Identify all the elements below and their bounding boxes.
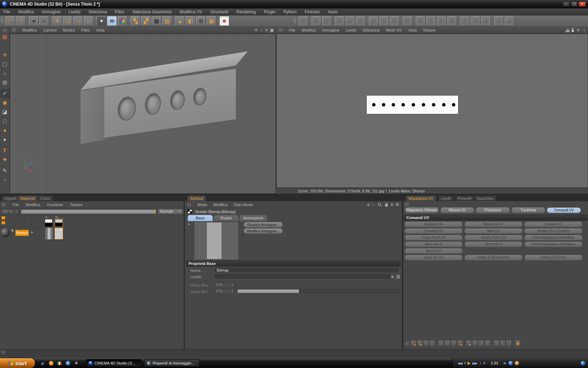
uvmenu-mesh-uv[interactable]: Mesh UV bbox=[386, 28, 402, 32]
cmd-specchia-v[interactable]: Specchia V bbox=[464, 242, 523, 247]
layer-icon[interactable] bbox=[1, 221, 6, 225]
uv-tool-icon[interactable]: ▨ bbox=[481, 16, 491, 26]
materials-menu-file[interactable]: File bbox=[13, 203, 19, 207]
menu-finestre[interactable]: Finestre bbox=[304, 9, 320, 14]
render-button[interactable]: ● bbox=[219, 16, 229, 26]
search-icon[interactable] bbox=[378, 203, 382, 207]
uv-mini-icon[interactable]: ▫ bbox=[417, 341, 422, 346]
tray-icon-blue[interactable] bbox=[509, 361, 513, 365]
menu-seleziona-geometria[interactable]: Seleziona Geometria bbox=[132, 9, 172, 14]
uv-mini-icon[interactable]: ▫ bbox=[466, 341, 471, 346]
uv-toolbar-grip[interactable] bbox=[293, 19, 296, 23]
cmd-specchia-u[interactable]: Specchia U bbox=[405, 242, 463, 247]
uv-tool-icon[interactable]: ▨ bbox=[437, 16, 447, 26]
cube-button[interactable]: ◻ bbox=[1, 117, 9, 125]
menu-strumenti[interactable]: Strumenti bbox=[210, 9, 228, 14]
uv-tool-icon[interactable]: ▨ bbox=[505, 16, 514, 26]
texture-image[interactable] bbox=[367, 96, 458, 114]
viewport-canvas[interactable]: Y Z X bbox=[10, 34, 276, 194]
menu-seleziona[interactable]: Seleziona bbox=[89, 9, 107, 14]
menu-livello[interactable]: Livello bbox=[69, 9, 80, 14]
nav-forward-icon[interactable]: ▶ bbox=[372, 203, 375, 206]
viewport-menu-camere[interactable]: Camere bbox=[43, 28, 57, 32]
uv-tool-icon[interactable]: ▨ bbox=[416, 16, 426, 26]
color-wheel-button[interactable] bbox=[118, 16, 127, 26]
uv-tool-icon[interactable]: ▨ bbox=[312, 16, 321, 26]
attributes-grip[interactable] bbox=[187, 203, 191, 206]
menu-plugin[interactable]: Plugin bbox=[264, 9, 275, 14]
brush-stars-button[interactable]: ✦ bbox=[97, 16, 106, 26]
offset-blur-stepper[interactable]: 0 % ▴▾ bbox=[215, 282, 234, 287]
uv-mini-icon[interactable]: ▫ bbox=[429, 341, 435, 346]
uv-tool-icon[interactable]: ▨ bbox=[403, 16, 413, 26]
quicklaunch-media-icon[interactable]: ♪ bbox=[64, 360, 71, 367]
tab-attributi[interactable]: Attributi bbox=[187, 195, 206, 202]
cmd-limita-al-quadrilatero[interactable]: Limita al Quadrilatero bbox=[464, 255, 523, 260]
maximize-button[interactable]: ❐ bbox=[570, 1, 578, 7]
uv-tool-icon[interactable]: ▨ bbox=[356, 16, 366, 26]
taskbar-window-cinema4d[interactable]: CINEMA 4D Studio (3... bbox=[86, 359, 141, 367]
object-picker-icon[interactable]: ◎ bbox=[396, 274, 400, 279]
media-list-icon[interactable]: ≡ bbox=[483, 361, 485, 366]
cmd-terrace-uv[interactable]: Terrace UV bbox=[524, 222, 582, 227]
uvmenu-file[interactable]: File bbox=[289, 28, 295, 32]
texture-editor-grip[interactable] bbox=[279, 28, 283, 32]
channel-c-swatches[interactable] bbox=[45, 219, 52, 227]
move-tool-button[interactable]: ✛ bbox=[52, 16, 62, 26]
lasso-select-button[interactable]: ○ bbox=[1, 69, 9, 77]
viewport-menu-filtro[interactable]: Filtro bbox=[81, 28, 90, 32]
redo-button[interactable]: ↷ bbox=[16, 16, 26, 26]
tray-icon-messenger[interactable] bbox=[581, 361, 585, 366]
mode-mappatura-ottimale[interactable]: Mappatura Ottimale bbox=[405, 207, 439, 213]
uv-mini-icon[interactable]: ▫ bbox=[506, 341, 512, 346]
edit-image-button[interactable]: Modifica Immagine... bbox=[244, 229, 283, 234]
menu-filtro[interactable]: Filtro bbox=[115, 9, 124, 14]
materials-menu-texture[interactable]: Texture bbox=[70, 203, 83, 207]
scala-blur-slider[interactable] bbox=[237, 289, 399, 293]
tab-livelli[interactable]: Livelli bbox=[438, 195, 454, 202]
cmd-linea-su-uv[interactable]: Linea Su UV bbox=[405, 255, 463, 260]
bitmap-preview[interactable] bbox=[195, 222, 238, 259]
menu-file[interactable]: File bbox=[4, 9, 10, 14]
tab-mappatura-uv[interactable]: Mappatura UV bbox=[405, 195, 436, 202]
expand-arrow-icon[interactable]: ▶ bbox=[31, 231, 33, 234]
scala-blur-stepper[interactable]: 0 % ▴▾ bbox=[215, 289, 234, 294]
quicklaunch-browser-icon[interactable] bbox=[48, 360, 55, 367]
uv-tool-icon[interactable]: ▨ bbox=[460, 16, 470, 26]
tab-materiali[interactable]: Materiali bbox=[17, 195, 38, 202]
start-button[interactable]: start bbox=[0, 358, 35, 368]
material-name-label[interactable]: Nuovo bbox=[15, 230, 29, 236]
cmd-registra-uv[interactable]: Registra UV bbox=[405, 222, 463, 227]
nav-back-icon[interactable]: ◀ bbox=[366, 203, 369, 206]
blend-mode-select[interactable]: Normale ▼ bbox=[158, 209, 183, 214]
uvmenu-texture[interactable]: Texture bbox=[423, 28, 435, 32]
tab-animazione[interactable]: Animazione bbox=[239, 215, 267, 221]
uv-mini-icon[interactable]: ▫ bbox=[500, 341, 505, 346]
uv-tool-icon[interactable]: ▨ bbox=[447, 16, 457, 26]
rotate-tool-button[interactable]: ○ bbox=[73, 16, 83, 26]
uv-mini-icon[interactable] bbox=[515, 341, 520, 346]
material-row[interactable]: ✎ Nuovo ▶ bbox=[0, 227, 184, 240]
viewport-menu-modifica[interactable]: Modifica bbox=[22, 28, 37, 32]
texture-canvas[interactable] bbox=[276, 34, 588, 188]
livello-dropdown-icon[interactable]: ▶ bbox=[391, 274, 395, 279]
checker-pattern-button[interactable]: ▩ bbox=[1, 78, 9, 87]
eyedropper-button[interactable]: ✐ bbox=[1, 89, 9, 98]
star-button[interactable]: ★ bbox=[1, 155, 9, 164]
cmd-copia-punti-uv[interactable]: Copia Punti UV bbox=[405, 235, 463, 240]
tray-icon-orange[interactable] bbox=[515, 361, 519, 365]
media-play-icon[interactable]: ▶ bbox=[468, 361, 470, 366]
media-note-icon[interactable]: ♪ bbox=[479, 361, 481, 366]
selection-arrow-button[interactable]: ➤ bbox=[29, 16, 38, 26]
uv-mini-icon[interactable]: ▫ bbox=[438, 341, 444, 346]
media-prev-icon[interactable]: ◀◀ bbox=[457, 361, 462, 365]
mode-rilassa-uv[interactable]: Rilassa UV bbox=[440, 207, 475, 213]
tab-colori[interactable]: Colori bbox=[37, 195, 54, 202]
material-sphere-preview[interactable] bbox=[1, 228, 10, 237]
projection-button[interactable]: ▲ bbox=[175, 16, 185, 26]
materials-scroll-slider[interactable] bbox=[21, 210, 156, 214]
collapse-arrow-icon[interactable]: ▼ bbox=[188, 223, 190, 226]
mode-comandi-uv[interactable]: Comandi UV bbox=[547, 207, 581, 213]
layout-quad-button[interactable]: ⊞ bbox=[196, 16, 206, 26]
add-panel-icon[interactable]: ⊞ bbox=[396, 202, 399, 207]
